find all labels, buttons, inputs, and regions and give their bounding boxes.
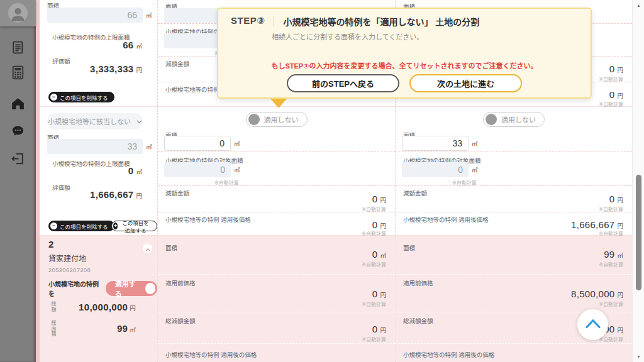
toggle-knob <box>145 283 155 294</box>
valuation-value: 3,333,333円 <box>90 63 142 75</box>
reduction-value: 0円 <box>609 63 623 75</box>
modal-title: 小規模宅地等の特例を「適用しない」 土地の分割 <box>283 15 479 28</box>
price-after-value: 1,666,667円 <box>571 219 623 231</box>
auto-calc-note: ※自動計算 <box>599 206 623 212</box>
limit-area-label: 小規模宅地の特例の上限面積 <box>52 33 130 41</box>
total-amount-value: 10,000,000円 <box>56 302 136 312</box>
area-value: 99㎡ <box>604 249 623 260</box>
step-label: STEP③ <box>231 15 265 26</box>
price-after-label: 小規模宅地等の特例 適用後価格 <box>165 215 251 224</box>
divider <box>274 16 274 27</box>
scrollbar: ▲ ▼ <box>632 0 644 362</box>
total-area-value: 99㎡ <box>56 323 136 334</box>
reduction-value: 0円 <box>372 194 386 205</box>
price-after-label: 小規模宅地等の特例 適用後の価格 <box>165 350 257 359</box>
valuation-label: 評価額 <box>52 57 70 65</box>
land-code: 205206207208 <box>48 266 91 273</box>
modal-warning: もしSTEP①の入力内容を変更する場合、全てリセットされますのでご注意ください。 <box>218 60 591 70</box>
price-before-label: 適用前価格 <box>165 278 196 287</box>
limit-area-label: 小規模宅地の特例の上限面積 <box>52 159 130 168</box>
accent-strip <box>36 0 40 362</box>
app-window: 面積 ㎡ 小規模宅地の特例の上限面積 66㎡ 評価額 3,333,333円 −こ… <box>0 0 644 362</box>
total-reduction-label: 総減額金額 <box>165 316 196 325</box>
land1-row2-summary: 小規模宅地等に該当しない 面積 ㎡ 小規模宅地の特例の上限面積 0㎡ 評価額 1… <box>40 107 157 235</box>
auto-calc-note: ※自動計算 <box>599 300 623 307</box>
total-area-label: 総面積 <box>50 320 56 337</box>
avatar[interactable] <box>8 3 28 23</box>
price-after-value: 0円 <box>609 89 623 101</box>
heir2-land1-cell2: 適用しない 面積 ㎡ 小規模宅地の特例の対象面積 ㎡ ※自動計算 <box>395 107 632 235</box>
price-before-value: 8,500,000円 <box>571 288 623 300</box>
plus-icon: + <box>113 222 118 229</box>
price-after-value: 0円 <box>372 219 386 231</box>
chevron-up-icon <box>145 244 150 253</box>
auto-calc-note: ※自動計算 <box>599 336 623 343</box>
toggle-knob <box>486 114 497 125</box>
total-amount-label: 総額 <box>50 301 56 312</box>
chat-icon[interactable] <box>10 123 26 139</box>
logout-icon[interactable] <box>10 151 26 167</box>
area-label: 面積 <box>165 243 177 252</box>
previous-step-button[interactable]: 前のSTEPへ戻る <box>287 74 399 92</box>
area-input[interactable] <box>402 136 469 151</box>
area-input[interactable] <box>47 8 143 23</box>
reduction-label: 減額金額 <box>165 59 189 68</box>
apply-toggle-on[interactable]: 適用する <box>106 281 157 296</box>
auto-calc-note: ※自動計算 <box>452 179 477 186</box>
minus-icon: − <box>50 222 57 229</box>
auto-calc-note: ※自動計算 <box>599 261 623 268</box>
sidebar-account-section <box>0 0 36 26</box>
land-type: 貸家建付地 <box>48 253 86 263</box>
collapse-button[interactable] <box>143 244 152 253</box>
target-area-input[interactable] <box>164 162 231 177</box>
auto-calc-note: ※自動計算 <box>362 206 386 212</box>
valuation-label: 評価額 <box>52 183 70 192</box>
limit-area-value: 66㎡ <box>123 40 142 51</box>
delete-item-button[interactable]: −この項目を削除する <box>48 92 114 102</box>
land2-summary: 2 貸家建付地 205206207208 小規模宅地の特例を 適用する 総額 1… <box>40 236 157 362</box>
valuation-value: 1,666,667円 <box>90 189 142 200</box>
apply-toggle-off[interactable]: 適用しない <box>246 112 308 127</box>
limit-area-value: 0㎡ <box>128 165 142 177</box>
area-label: 面積 <box>403 243 415 252</box>
sidebar <box>0 0 36 362</box>
add-item-button[interactable]: +この項目を追加する <box>111 221 157 231</box>
land1-allocation-row2: 小規模宅地等に該当しない 面積 ㎡ 小規模宅地の特例の上限面積 0㎡ 評価額 1… <box>40 107 632 236</box>
area-value: 0㎡ <box>372 249 386 260</box>
apply-prefix-label: 小規模宅地の特例を <box>48 279 101 298</box>
land-number: 2 <box>48 239 53 250</box>
price-before-label: 適用前価格 <box>403 278 433 287</box>
category-dropdown[interactable]: 小規模宅地等に該当しない <box>47 113 143 129</box>
area-input[interactable] <box>164 136 231 151</box>
area-input[interactable] <box>47 139 143 154</box>
target-area-input[interactable] <box>402 162 469 177</box>
minus-icon: − <box>50 94 57 101</box>
auto-calc-note: ※自動計算 <box>362 261 386 268</box>
land1-row1-summary: 面積 ㎡ 小規模宅地の特例の上限面積 66㎡ 評価額 3,333,333円 −こ… <box>40 0 157 106</box>
heir1-land2-cell: 面積 0㎡ ※自動計算 適用前価格 0円 ※自動計算 総減額金額 0円 ※自動計… <box>157 236 395 362</box>
auto-calc-note: ※自動計算 <box>599 75 623 82</box>
modal-pointer-arrow <box>270 99 287 108</box>
calculator-icon[interactable] <box>10 65 26 80</box>
document-icon[interactable] <box>10 40 26 55</box>
scroll-down-arrow-icon[interactable]: ▼ <box>633 354 644 359</box>
home-icon[interactable] <box>10 96 26 111</box>
scrollbar-thumb[interactable] <box>636 175 641 290</box>
delete-item-button[interactable]: −この項目を削除する <box>48 221 114 231</box>
auto-calc-note: ※自動計算 <box>362 336 386 343</box>
user-icon <box>8 14 28 23</box>
apply-toggle-off[interactable]: 適用しない <box>483 112 545 127</box>
reduction-label: 減額金額 <box>165 189 189 197</box>
step3-modal: STEP③ 小規模宅地等の特例を「適用しない」 土地の分割 相続人ごとに分割する… <box>217 8 592 99</box>
scroll-to-top-button[interactable] <box>577 309 608 340</box>
reduction-value: 0円 <box>609 194 623 205</box>
scroll-up-arrow-icon[interactable]: ▲ <box>633 3 644 8</box>
price-before-value: 0円 <box>372 288 386 300</box>
land2-section: 2 貸家建付地 205206207208 小規模宅地の特例を 適用する 総額 1… <box>40 236 632 362</box>
next-land-button[interactable]: 次の土地に進む <box>409 74 522 92</box>
reduction-label: 減額金額 <box>403 189 427 197</box>
sqm-unit: ㎡ <box>146 11 152 19</box>
price-after-label: 小規模宅地等の特例 適用後価格 <box>403 215 489 224</box>
auto-calc-note: ※自動計算 <box>362 300 386 307</box>
heir1-land1-cell2: 適用しない 面積 ㎡ 小規模宅地の特例の対象面積 ㎡ ※自動計算 <box>157 107 395 235</box>
